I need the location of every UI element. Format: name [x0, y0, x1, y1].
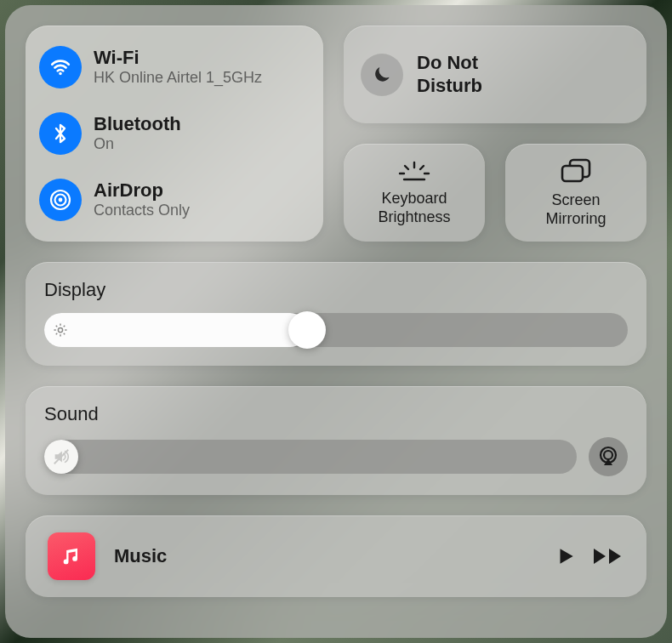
do-not-disturb-toggle[interactable]: Do Not Disturb — [344, 26, 646, 123]
keyboard-brightness-label: Keyboard Brightness — [378, 190, 450, 226]
svg-point-0 — [59, 72, 61, 75]
bluetooth-title: Bluetooth — [94, 113, 181, 135]
play-button[interactable] — [555, 545, 577, 567]
dnd-label: Do Not Disturb — [417, 52, 482, 97]
svg-point-11 — [58, 327, 62, 332]
wifi-icon — [39, 46, 82, 88]
svg-line-6 — [405, 166, 408, 169]
airdrop-subtitle: Contacts Only — [94, 202, 190, 220]
keyboard-brightness-icon — [395, 159, 434, 183]
music-card[interactable]: Music — [26, 515, 646, 597]
airdrop-title: AirDrop — [94, 179, 190, 202]
moon-icon — [361, 54, 403, 96]
sound-volume-slider[interactable] — [44, 440, 577, 474]
connectivity-tile: Wi-Fi HK Online Airtel 1_5GHz Bluetooth … — [26, 26, 323, 242]
wifi-toggle[interactable]: Wi-Fi HK Online Airtel 1_5GHz — [39, 41, 310, 94]
airdrop-icon — [39, 179, 82, 221]
secondary-grid: Keyboard Brightness Screen Mirroring — [344, 144, 646, 242]
svg-line-16 — [56, 326, 58, 327]
speaker-muted-icon — [44, 440, 78, 474]
music-app-icon — [48, 532, 95, 580]
svg-line-18 — [56, 333, 58, 335]
keyboard-brightness-button[interactable]: Keyboard Brightness — [344, 144, 485, 242]
screen-mirroring-button[interactable]: Screen Mirroring — [505, 144, 646, 242]
bluetooth-icon — [39, 112, 82, 155]
display-brightness-slider[interactable] — [44, 313, 628, 347]
svg-line-17 — [64, 333, 65, 335]
bluetooth-subtitle: On — [94, 135, 181, 154]
svg-line-7 — [420, 166, 424, 169]
screen-mirroring-icon — [559, 157, 593, 185]
display-title: Display — [44, 279, 628, 301]
airplay-audio-button[interactable] — [589, 437, 628, 476]
wifi-title: Wi-Fi — [94, 47, 262, 69]
forward-button[interactable] — [592, 546, 624, 566]
wifi-subtitle: HK Online Airtel 1_5GHz — [94, 69, 262, 88]
sound-card: Sound — [26, 386, 646, 495]
svg-point-3 — [59, 198, 63, 202]
svg-rect-10 — [562, 166, 583, 181]
airplay-icon — [597, 446, 619, 468]
sound-title: Sound — [44, 403, 628, 425]
sun-icon — [53, 322, 68, 338]
airdrop-toggle[interactable]: AirDrop Contacts Only — [39, 174, 310, 226]
display-card: Display — [26, 262, 646, 366]
screen-mirroring-label: Screen Mirroring — [545, 191, 606, 228]
bluetooth-toggle[interactable]: Bluetooth On — [39, 107, 310, 160]
top-grid: Wi-Fi HK Online Airtel 1_5GHz Bluetooth … — [26, 26, 646, 242]
svg-point-22 — [604, 451, 612, 459]
svg-line-19 — [64, 326, 65, 327]
control-center-panel: Wi-Fi HK Online Airtel 1_5GHz Bluetooth … — [5, 5, 667, 638]
music-title: Music — [114, 545, 536, 567]
music-controls — [555, 545, 624, 567]
